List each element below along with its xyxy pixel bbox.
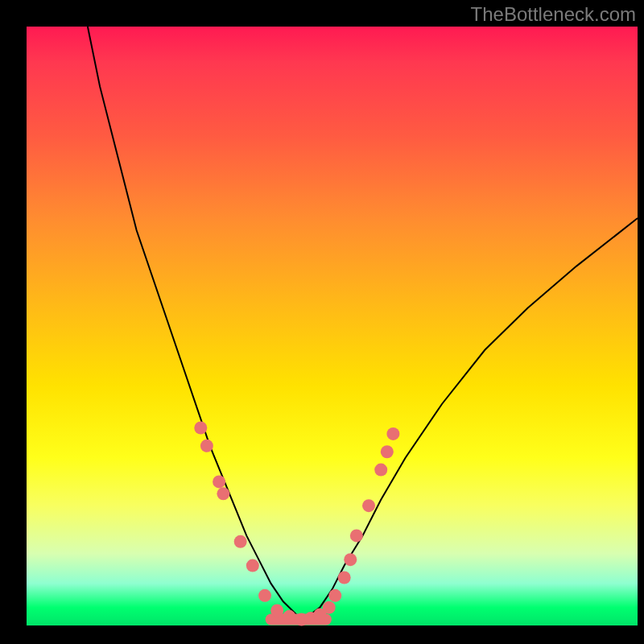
svg-point-17 (362, 499, 375, 512)
svg-point-8 (283, 610, 295, 623)
svg-point-16 (350, 529, 363, 542)
svg-point-4 (234, 535, 247, 548)
svg-point-19 (381, 445, 394, 458)
svg-point-1 (200, 440, 213, 452)
svg-point-6 (258, 589, 271, 602)
svg-point-15 (344, 553, 357, 566)
svg-point-0 (194, 421, 207, 434)
chart-plot-area (27, 27, 638, 625)
svg-point-14 (338, 571, 351, 584)
bottleneck-curve (88, 27, 638, 620)
svg-point-13 (328, 589, 341, 602)
svg-point-5 (246, 559, 259, 572)
svg-point-18 (374, 464, 387, 477)
svg-point-12 (323, 601, 336, 614)
svg-point-7 (270, 604, 283, 617)
chart-frame: TheBottleneck.com (0, 0, 644, 644)
svg-point-20 (386, 427, 399, 440)
svg-point-2 (213, 475, 225, 488)
chart-svg (27, 27, 638, 625)
svg-point-3 (217, 487, 229, 500)
watermark-text: TheBottleneck.com (471, 3, 636, 26)
